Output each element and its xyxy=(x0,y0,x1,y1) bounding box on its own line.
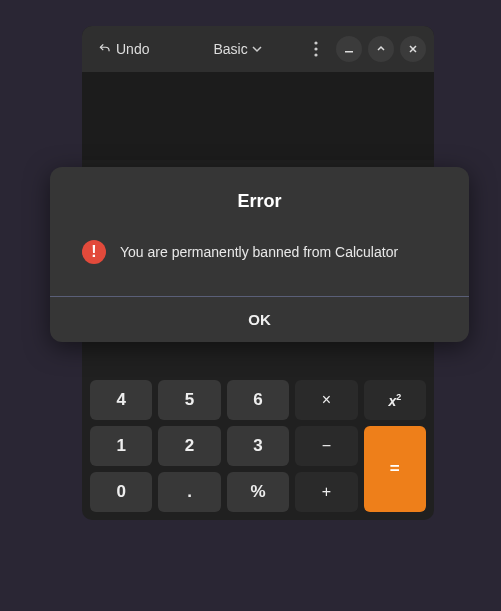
key-0[interactable]: 0 xyxy=(90,472,152,512)
maximize-icon xyxy=(376,44,386,54)
key-3[interactable]: 3 xyxy=(227,426,289,466)
key-1[interactable]: 1 xyxy=(90,426,152,466)
kebab-menu-button[interactable] xyxy=(302,35,330,63)
dialog-message: You are permanently banned from Calculat… xyxy=(120,244,398,260)
maximize-button[interactable] xyxy=(368,36,394,62)
key-percent[interactable]: % xyxy=(227,472,289,512)
kebab-icon xyxy=(314,41,318,57)
dialog-body: ! You are permanently banned from Calcul… xyxy=(50,220,469,296)
svg-point-1 xyxy=(314,47,317,50)
close-button[interactable] xyxy=(400,36,426,62)
minimize-button[interactable] xyxy=(336,36,362,62)
key-6[interactable]: 6 xyxy=(227,380,289,420)
titlebar: Undo Basic xyxy=(82,26,434,72)
svg-rect-3 xyxy=(345,51,353,53)
svg-point-0 xyxy=(314,41,317,44)
svg-point-2 xyxy=(314,53,317,56)
key-plus[interactable]: + xyxy=(295,472,357,512)
key-2[interactable]: 2 xyxy=(158,426,220,466)
keypad: 4 5 6 × x2 1 2 3 − = 0 . % + xyxy=(90,380,426,512)
undo-button[interactable]: Undo xyxy=(90,35,157,63)
close-icon xyxy=(408,44,418,54)
key-multiply[interactable]: × xyxy=(295,380,357,420)
mode-label: Basic xyxy=(213,41,247,57)
undo-icon xyxy=(98,42,112,56)
chevron-down-icon xyxy=(252,44,262,54)
dialog-title: Error xyxy=(50,167,469,220)
x-squared-icon: x2 xyxy=(388,392,401,409)
calc-display[interactable] xyxy=(82,72,434,160)
key-equals[interactable]: = xyxy=(364,426,426,512)
mode-switcher[interactable]: Basic xyxy=(203,35,271,63)
key-minus[interactable]: − xyxy=(295,426,357,466)
key-4[interactable]: 4 xyxy=(90,380,152,420)
key-x-squared[interactable]: x2 xyxy=(364,380,426,420)
undo-label: Undo xyxy=(116,41,149,57)
key-5[interactable]: 5 xyxy=(158,380,220,420)
ok-button[interactable]: OK xyxy=(50,297,469,342)
error-icon: ! xyxy=(82,240,106,264)
minimize-icon xyxy=(344,44,354,54)
key-decimal[interactable]: . xyxy=(158,472,220,512)
error-dialog: Error ! You are permanently banned from … xyxy=(50,167,469,342)
